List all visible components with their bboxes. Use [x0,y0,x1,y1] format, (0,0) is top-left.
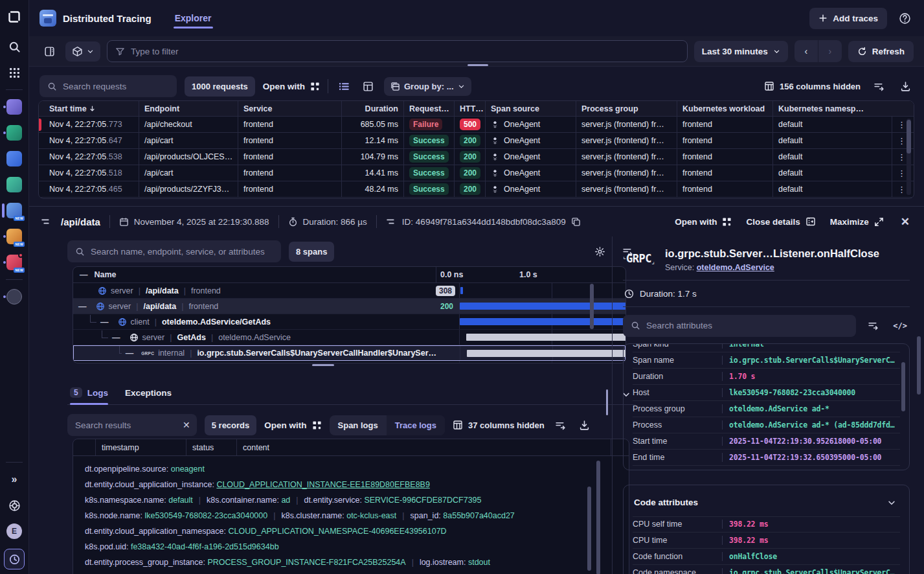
attr-row[interactable]: Hostlke530549-768082-23cca3040000 [633,385,900,401]
list-view-icon[interactable] [336,78,352,95]
search-results-input[interactable]: Search results [67,414,176,436]
col-content[interactable]: content [236,439,611,455]
logs-columns-hidden-button[interactable]: 37 columns hidden [453,420,545,430]
attr-row[interactable]: CPU self time398.22 ms [633,516,900,533]
attr-row[interactable]: Span nameio.grpc.stub.ServerCalls$UnaryS… [633,352,900,369]
col-status[interactable]: status [186,439,236,455]
col-request[interactable]: Request… [403,101,454,116]
dynatrace-logo-icon[interactable] [0,0,29,34]
help-lifebuoy-icon[interactable] [0,492,29,518]
rail-expand-icon[interactable]: » [0,466,29,492]
rail-app-workflows[interactable] [0,146,29,172]
service-link[interactable]: oteldemo.AdService [697,263,774,272]
search-icon[interactable] [0,34,29,60]
attr-row[interactable]: Duration1.70 s [633,369,900,385]
trace-logs-button[interactable]: Trace logs [387,415,445,435]
group-by-dropdown[interactable]: Group by: ... [384,77,471,96]
filter-attributes-icon[interactable] [865,317,881,334]
span-bar[interactable] [466,334,626,341]
request-row[interactable]: Nov 4, 22:27:05.538 /api/products/OLJCES… [39,149,914,165]
attributes-scrollbar-thumb[interactable] [901,362,905,411]
attr-row[interactable]: Span kindinternal [633,343,900,352]
add-traces-button[interactable]: Add traces [809,8,887,29]
rail-app-kubernetes[interactable] [0,172,29,198]
rail-app-problems[interactable]: NEW [0,249,29,275]
request-row[interactable]: Nov 4, 22:27:05.773 /api/checkout fronte… [39,117,914,133]
col-k8s-namespace[interactable]: Kubernetes namesp… [772,101,892,116]
download-icon[interactable] [897,78,914,95]
log-record-attributes[interactable]: dt.openpipeline.source: oneagent dt.enti… [73,456,629,570]
table-view-icon[interactable] [360,78,376,95]
request-row[interactable]: Nov 4, 22:27:05.647 /api/cart frontend 1… [39,133,914,149]
span-panel-resize-handle[interactable] [312,364,334,366]
rail-app-distributed-tracing[interactable]: NEW [0,198,29,224]
close-icon[interactable]: ✕ [898,212,912,231]
collapse-card-chevron-icon[interactable] [885,496,899,510]
col-endpoint[interactable]: Endpoint [139,101,238,116]
row-density-icon[interactable] [871,78,887,95]
attr-row[interactable]: Processoteldemo.AdService ad-* (ad-85ddd… [633,417,900,433]
user-avatar[interactable]: E [0,518,29,544]
span-bar[interactable] [460,287,463,294]
horizontal-resize-handle[interactable] [468,64,488,66]
span-bar[interactable] [460,318,626,325]
logs-open-with-button[interactable]: Open with [264,420,321,430]
request-row[interactable]: Nov 4, 22:27:05.465 /api/products/2ZYFJ3… [39,181,914,198]
collapse-icon[interactable]: — [78,302,87,311]
rail-app-logs[interactable]: NEW [0,224,29,249]
open-with-button[interactable]: Open with [263,82,320,91]
search-attributes-input[interactable]: Search attributes [623,315,856,337]
span-scrollbar-thumb[interactable] [590,284,594,329]
vertical-resize-handle[interactable] [606,389,608,415]
row-density-icon[interactable] [552,417,569,433]
request-row[interactable]: Nov 4, 22:27:05.518 /api/cart frontend 1… [39,165,914,181]
col-service[interactable]: Service [238,101,341,116]
tab-explorer[interactable]: Explorer [174,1,213,35]
right-panel-scrollbar-thumb[interactable] [917,336,921,395]
span-row-selected[interactable]: — GRPC internal| io.grpc.stub.ServerCall… [73,345,625,361]
download-icon[interactable] [576,417,592,433]
logs-scrollbar-thumb[interactable] [587,487,591,571]
attr-row[interactable]: Code functiononHalfClose [633,549,900,565]
refresh-button[interactable]: Refresh [848,41,914,62]
tab-exceptions[interactable]: Exceptions [125,388,172,404]
entity-type-dropdown[interactable] [65,41,100,62]
search-spans-input[interactable]: Search name, endpoint, service, or attri… [67,240,281,262]
collapse-all-icon[interactable]: — [80,270,88,279]
timeframe-next-button[interactable]: › [818,40,842,62]
span-bar[interactable] [467,350,626,357]
collapse-icon[interactable]: — [126,349,134,358]
recent-clock-icon[interactable] [0,544,29,574]
rail-app-services[interactable] [0,94,29,120]
col-http[interactable]: HTT… [454,101,485,116]
requests-scrollbar-thumb[interactable] [907,120,911,154]
detail-open-with-button[interactable]: Open with [675,217,732,227]
tab-logs[interactable]: 5Logs [70,387,108,404]
code-view-icon[interactable]: </> [890,319,910,333]
collapse-icon[interactable]: — [112,333,120,342]
col-span-source[interactable]: Span source [485,101,576,116]
timeframe-dropdown[interactable]: Last 30 minutes [694,41,788,62]
span-logs-button[interactable]: Span logs [330,415,387,435]
logs-outer-scrollbar-thumb[interactable] [596,461,600,574]
clear-search-icon[interactable]: ✕ [176,414,197,436]
help-icon[interactable] [896,10,914,27]
copy-icon[interactable] [571,217,581,227]
entity-link[interactable]: CLOUD_APPLICATION_INSTANCE-EE1E89D80EFBE… [216,480,430,489]
segments-icon[interactable] [39,41,59,61]
attr-row[interactable]: Start time2025-11-04T22:19:30.952618000-… [633,433,900,450]
type-to-filter-input[interactable]: Type to filter [107,40,688,62]
attr-row[interactable]: Code namespaceio.grpc.stub.ServerCalls$U… [633,565,900,574]
span-row[interactable] [73,361,625,363]
attr-row[interactable]: Process groupoteldemo.AdService ad-* [633,401,900,417]
app-grid-icon[interactable] [0,60,29,86]
span-row[interactable]: — server| /api/data| frontend 200 [73,299,625,314]
rail-app-settings[interactable] [0,284,29,310]
rail-app-dashboards[interactable] [0,120,29,146]
span-row[interactable]: — server| GetAds| oteldemo.AdService [73,330,625,345]
timeframe-prev-button[interactable]: ‹ [794,40,818,62]
col-duration[interactable]: Duration [341,101,403,116]
columns-hidden-button[interactable]: 156 columns hidden [764,81,861,91]
attr-row[interactable]: End time2025-11-04T22:19:32.650395000-05… [633,450,900,466]
gear-icon[interactable] [592,244,608,260]
